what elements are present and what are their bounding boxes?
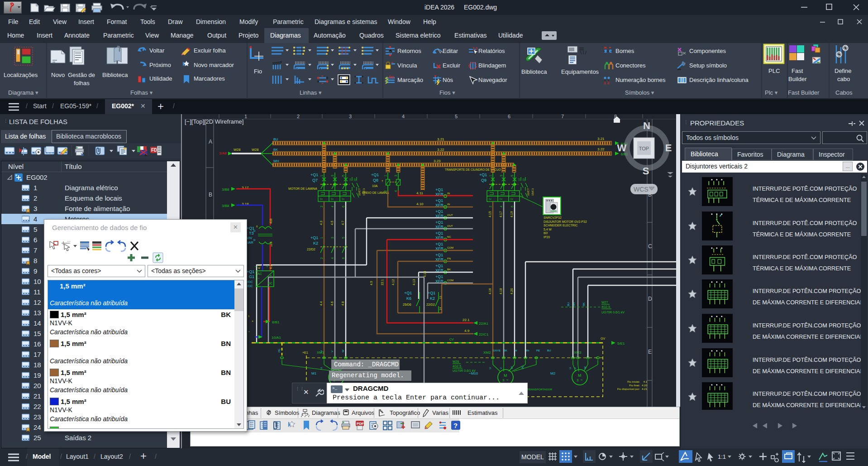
svg-text:25/D6: 25/D6	[403, 303, 411, 306]
svg-text:+Q1: +Q1	[371, 173, 379, 177]
svg-text:BK: BK	[273, 148, 278, 152]
svg-text:+Q1: +Q1	[435, 220, 443, 225]
svg-text:D: D	[253, 230, 256, 232]
svg-text:BN: BN	[572, 303, 575, 306]
svg-text:1: 1	[244, 114, 247, 119]
svg-text:W: W	[342, 350, 344, 352]
svg-text:60!: 60!	[544, 231, 548, 235]
svg-text:3: 3	[331, 175, 334, 177]
svg-text:4.14: 4.14	[423, 271, 426, 277]
svg-text:1: 1	[320, 175, 323, 177]
svg-text:Q7: Q7	[312, 178, 318, 183]
svg-text:~: ~	[506, 378, 508, 382]
svg-text:COM: COM	[447, 246, 453, 249]
svg-text:+Q1: +Q1	[435, 187, 443, 192]
svg-text:FREIO DE LAMINA: FREIO DE LAMINA	[362, 191, 389, 194]
svg-text:4: 4	[394, 190, 397, 192]
svg-text:M: M	[578, 373, 582, 378]
svg-text:V: V	[331, 351, 334, 352]
svg-text:FD: FD	[151, 148, 157, 153]
svg-text:BK: BK	[582, 303, 585, 306]
svg-text:14: 14	[349, 178, 352, 181]
svg-text:8/B1: 8/B1	[272, 320, 280, 324]
svg-text:4.9: 4.9	[464, 329, 470, 333]
svg-text:?: ?	[453, 422, 458, 429]
svg-text:G1: G1	[249, 274, 254, 279]
svg-text:SNRCV2P32: SNRCV2P32	[544, 216, 562, 219]
svg-text:4.12: 4.12	[391, 279, 395, 285]
svg-text:4.6: 4.6	[330, 301, 334, 306]
svg-text:CV: CV	[449, 338, 454, 341]
svg-text:4.1: 4.1	[643, 380, 647, 383]
svg-text:4.5: 4.5	[330, 221, 334, 225]
svg-text:22/C7: 22/C7	[358, 188, 361, 196]
svg-text:+Q1: +Q1	[435, 231, 443, 235]
svg-text:A: A	[209, 139, 212, 145]
svg-text:W: W	[515, 349, 517, 352]
svg-text:SCHNEIDER ELECTRIC: SCHNEIDER ELECTRIC	[544, 224, 578, 227]
svg-text:GNYE: GNYE	[493, 349, 501, 352]
svg-text:I>: I>	[500, 197, 502, 201]
svg-text:4.2: 4.2	[269, 264, 272, 269]
svg-text:U: U	[320, 367, 323, 369]
svg-text:22/C1: 22/C1	[479, 332, 489, 336]
svg-text:E: E	[665, 142, 672, 154]
svg-text:U: U	[489, 367, 491, 369]
svg-text:3/A8: 3/A8	[219, 151, 227, 155]
svg-text:+Q1: +Q1	[310, 235, 318, 240]
svg-text:XFR: XFR	[435, 203, 444, 207]
svg-text:3: 3	[331, 237, 334, 239]
svg-text:+Q1: +Q1	[404, 291, 412, 295]
svg-text:22/D2: 22/D2	[426, 303, 435, 306]
svg-text:FN: FN	[447, 257, 451, 260]
svg-text:3: 3	[577, 378, 579, 382]
svg-text:2: 2	[297, 114, 300, 119]
svg-text:3.22: 3.22	[597, 147, 605, 151]
svg-text:I>: I>	[342, 197, 344, 201]
svg-text:W28: W28	[234, 148, 240, 152]
svg-text:K2: K2	[313, 241, 318, 245]
svg-text:OUT: OUT	[447, 214, 453, 216]
svg-text:10/A1: 10/A1	[272, 336, 281, 340]
svg-text:+Q1: +Q1	[310, 173, 318, 177]
svg-text:I>: I>	[320, 197, 323, 201]
svg-text:0: 0	[256, 225, 258, 228]
svg-text:2: 2	[489, 206, 492, 207]
svg-text:C: C	[648, 243, 652, 250]
svg-text:3: 3	[394, 175, 397, 177]
svg-text:4.18: 4.18	[499, 288, 502, 294]
svg-text:E: E	[648, 349, 652, 355]
svg-text:22.1: 22.1	[463, 318, 470, 322]
svg-text:K2: K2	[430, 296, 435, 301]
svg-text:COM: COM	[447, 279, 453, 282]
svg-text:1: 1	[384, 175, 387, 177]
svg-text:GV: GV	[601, 337, 605, 340]
svg-text:T3: T3	[249, 231, 254, 235]
svg-text:400: 400	[269, 218, 272, 224]
svg-text:1: 1	[489, 175, 492, 177]
svg-text:+Q1: +Q1	[435, 209, 443, 214]
svg-text:4: 4	[331, 257, 334, 259]
svg-text:V: V	[500, 367, 502, 369]
svg-text:−: −	[248, 330, 250, 333]
svg-text:4: 4	[500, 206, 503, 207]
svg-text:13: 13	[439, 296, 442, 299]
svg-text:22/D2: 22/D2	[307, 248, 315, 251]
svg-text:3: 3	[502, 378, 505, 382]
svg-text:22/A1: 22/A1	[479, 322, 488, 326]
svg-text:BU: BU	[273, 137, 278, 141]
svg-text:6: 6	[342, 206, 345, 207]
svg-text:Q9: Q9	[481, 178, 486, 183]
svg-text:+Q1: +Q1	[435, 242, 443, 246]
svg-text:OUT: OUT	[447, 225, 453, 227]
svg-text:BN: BN	[525, 349, 529, 352]
svg-text:1:1: 1:1	[718, 453, 726, 460]
svg-text:4.19: 4.19	[510, 211, 513, 217]
svg-text:+: +	[270, 274, 272, 278]
svg-text:BU: BU	[567, 303, 570, 306]
svg-text:4.13: 4.13	[412, 279, 415, 285]
svg-text:22: 22	[522, 178, 525, 181]
svg-text:U: U	[569, 367, 572, 369]
svg-text:3.21: 3.21	[597, 137, 605, 141]
svg-text:AC: AC	[258, 272, 262, 275]
